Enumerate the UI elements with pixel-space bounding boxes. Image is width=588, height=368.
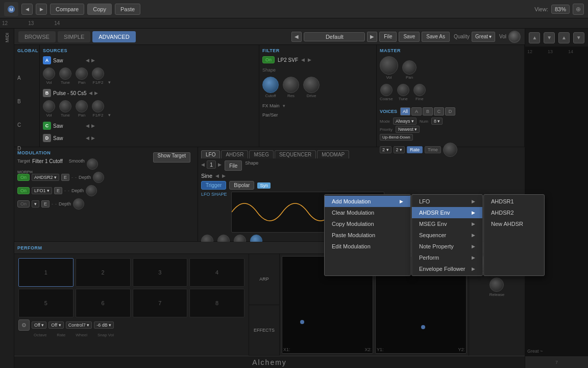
pad-4[interactable]: 4 [189, 258, 244, 287]
mod-e-btn-3[interactable]: E [41, 200, 50, 208]
menu-edit-modulation[interactable]: Edit Modulation [325, 241, 410, 252]
voice-btn-all[interactable]: All [400, 107, 410, 116]
arp-btn[interactable]: ARP [249, 254, 279, 305]
submenu-ahdsr-env[interactable]: AHDSR Env ▶ [412, 207, 482, 218]
lfo-file-btn[interactable]: File [225, 160, 242, 171]
compare-button[interactable]: Compare [50, 4, 84, 15]
transport-next-btn[interactable]: ▶ [36, 4, 47, 15]
voice-num-select[interactable]: 8 ▾ [431, 118, 443, 125]
lfo-tab-ahdsr[interactable]: AHDSR [221, 150, 248, 158]
effects-btn[interactable]: EFFECTS [249, 305, 279, 356]
pad-3[interactable]: 3 [133, 258, 188, 287]
voice-btn-c[interactable]: C [434, 107, 444, 116]
right-arrow-down2[interactable]: ▼ [573, 32, 584, 43]
drive-knob[interactable] [303, 77, 320, 93]
src-b-f1f2-knob[interactable] [92, 100, 104, 112]
show-target-btn[interactable]: Show Target [153, 152, 190, 163]
menu-add-modulation[interactable]: Add Modulation ▶ [325, 196, 410, 207]
mod-on-btn-2[interactable]: On [17, 187, 30, 194]
pad-7[interactable]: 7 [133, 289, 188, 317]
pad-db-select[interactable]: -6 dB ▾ [94, 321, 114, 329]
mod-on-btn-1[interactable]: On [17, 174, 30, 181]
quality-btn[interactable]: Great ▾ [472, 32, 495, 42]
src-a-f1f2-knob[interactable] [92, 67, 104, 80]
depth-knob-3[interactable] [73, 198, 84, 210]
right-arrow-down[interactable]: ▼ [544, 32, 555, 43]
right-arrow-up[interactable]: ▲ [529, 32, 540, 43]
src-a-vol-knob[interactable] [43, 67, 55, 80]
pad-2[interactable]: 2 [76, 258, 131, 287]
submenu-note-property[interactable]: Note Property ▶ [412, 241, 482, 252]
submenu-lfo[interactable]: LFO ▶ [412, 196, 482, 207]
voice-priority-select[interactable]: Newest ▾ [396, 126, 420, 133]
preset-nav-right[interactable]: ▶ [367, 32, 377, 42]
submenu2-ahdsr2[interactable]: AHDSR2 [484, 207, 544, 218]
src-a-expand[interactable]: ▾ [108, 80, 111, 85]
preset-save-btn[interactable]: Save [399, 32, 420, 42]
pad-1[interactable]: 1 [18, 258, 74, 287]
master-vol-knob[interactable] [380, 56, 398, 75]
source-arrow-c-left[interactable]: ◀ [86, 123, 89, 128]
tab-browse[interactable]: BROWSE [18, 31, 56, 42]
source-arrow-a-left[interactable]: ◀ [86, 58, 89, 63]
source-arrow-d-right[interactable]: ▶ [91, 135, 95, 141]
src-b-pan-knob[interactable] [76, 100, 88, 112]
depth-knob-1[interactable] [93, 172, 104, 183]
lfo-num-left[interactable]: ◀ [201, 162, 205, 167]
master-fine-knob[interactable] [413, 84, 426, 96]
preset-file-btn[interactable]: File [379, 32, 397, 42]
source-arrow-b-left[interactable]: ◀ [89, 90, 92, 96]
right-arrow-up2[interactable]: ▲ [558, 32, 570, 43]
pad-ctrl7-select[interactable]: Control7 ▾ [66, 321, 92, 329]
lfo-shape-left[interactable]: ◀ [215, 173, 219, 178]
bipolar-btn[interactable]: Bipolar [229, 181, 254, 190]
voice-btn-b[interactable]: B [423, 107, 433, 116]
source-arrow-c-right[interactable]: ▶ [91, 123, 95, 128]
source-arrow-a-right[interactable]: ▶ [91, 58, 95, 63]
pad-8[interactable]: 8 [189, 289, 244, 317]
submenu-mseg-env[interactable]: MSEG Env ▶ [412, 218, 482, 229]
master-coarse-knob[interactable] [380, 84, 393, 96]
copy-button[interactable]: Copy [87, 4, 112, 15]
mod-e-btn-1[interactable]: E [61, 174, 69, 181]
src-a-pan-knob[interactable] [76, 67, 88, 80]
lfo-tab-lfo[interactable]: LFO [201, 150, 220, 158]
preset-saveas-btn[interactable]: Save As [422, 32, 450, 42]
master-tune-knob[interactable] [397, 84, 409, 96]
depth-knob-2[interactable] [86, 185, 97, 196]
pad-settings-btn[interactable]: ⚙ [18, 319, 30, 331]
master-pan-knob[interactable] [402, 60, 416, 75]
submenu-envelope-follower[interactable]: Envelope Follower ▶ [412, 263, 482, 274]
src-a-tune-knob[interactable] [59, 67, 71, 80]
pad-off-select-2[interactable]: Off ▾ [48, 321, 63, 329]
menu-copy-modulation[interactable]: Copy Modulation [325, 218, 410, 229]
menu-paste-modulation[interactable]: Paste Modulation [325, 229, 410, 241]
src-b-expand[interactable]: ▾ [108, 112, 111, 118]
res-knob[interactable] [283, 77, 299, 93]
submenu2-new-ahdsr[interactable]: New AHDSR [484, 218, 544, 229]
voice-upbend-select[interactable]: Up-Bend-Down [380, 134, 413, 141]
source-arrow-d-left[interactable]: ◀ [86, 135, 89, 141]
submenu-perform[interactable]: Perform ▶ [412, 252, 482, 263]
voice-mode-select[interactable]: Always ▾ [393, 118, 416, 125]
tab-simple[interactable]: SIMPLE [58, 31, 90, 42]
mod-e-btn-2[interactable]: E [54, 187, 62, 194]
transport-prev-btn[interactable]: ◀ [21, 4, 33, 15]
filter-on-btn[interactable]: On [262, 56, 275, 63]
submenu-sequencer[interactable]: Sequencer ▶ [412, 229, 482, 241]
lfo-tab-mseg[interactable]: MSEG [249, 150, 273, 158]
mod-on-btn-3[interactable]: On [17, 200, 30, 208]
lfo-num-right[interactable]: ▶ [218, 162, 222, 167]
source-arrow-b-right[interactable]: ▶ [94, 90, 98, 96]
src-b-vol-knob[interactable] [43, 100, 55, 112]
cutoff-knob[interactable] [262, 77, 279, 93]
voice-btn-a[interactable]: A [411, 107, 422, 116]
lfo-tab-sequencer[interactable]: SEQUENCER [275, 150, 316, 158]
vol-knob[interactable] [508, 31, 521, 43]
menu-clear-modulation[interactable]: Clear Modulation [325, 207, 410, 218]
view-pct-control[interactable]: 83% [551, 5, 570, 14]
smooth-knob[interactable] [87, 158, 98, 170]
src-b-tune-knob[interactable] [59, 100, 71, 112]
tab-advanced[interactable]: ADVANCED [92, 31, 135, 42]
trigger-btn[interactable]: Trigger [201, 181, 226, 190]
